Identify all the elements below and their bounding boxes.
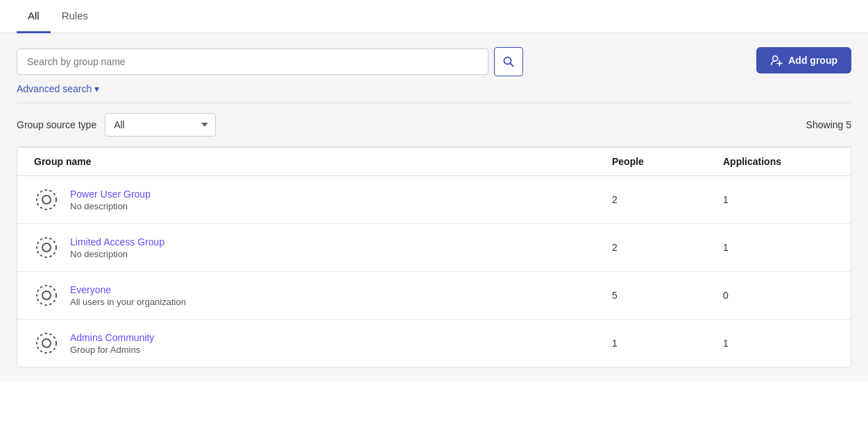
tab-all[interactable]: All <box>17 0 51 33</box>
svg-point-12 <box>37 333 56 353</box>
svg-point-5 <box>42 196 51 204</box>
filter-label: Group source type <box>17 119 96 130</box>
group-source-type-select[interactable]: All Manual Directory <box>105 113 216 137</box>
group-cell: Limited Access Group No description <box>34 235 612 260</box>
people-count: 5 <box>612 290 723 301</box>
group-icon <box>34 331 59 356</box>
column-group-name: Group name <box>34 156 612 167</box>
tab-rules[interactable]: Rules <box>51 0 99 33</box>
groups-table: Group name People Applications Power Use… <box>17 147 851 367</box>
filter-left: Group source type All Manual Directory <box>17 113 216 137</box>
group-cell: Everyone All users in your organization <box>34 283 612 308</box>
group-info: Power User Group No description <box>70 189 151 211</box>
chevron-down-icon: ▾ <box>94 83 99 94</box>
showing-count: Showing 5 <box>806 119 851 130</box>
add-group-button[interactable]: Add group <box>756 47 851 73</box>
svg-point-9 <box>42 291 51 299</box>
table-row: Power User Group No description 2 1 <box>17 176 851 224</box>
applications-count: 1 <box>723 338 834 349</box>
group-icon <box>34 235 59 260</box>
advanced-search-link[interactable]: Advanced search ▾ <box>17 83 99 94</box>
column-people: People <box>612 156 723 167</box>
search-icon <box>503 56 514 67</box>
group-name-link[interactable]: Everyone <box>70 284 186 295</box>
group-description: Group for Admins <box>70 345 154 355</box>
table-row: Everyone All users in your organization … <box>17 272 851 320</box>
search-row <box>17 47 756 76</box>
group-name-link[interactable]: Admins Community <box>70 332 154 343</box>
search-button[interactable] <box>494 47 523 76</box>
group-info: Limited Access Group No description <box>70 236 164 259</box>
table-body: Power User Group No description 2 1 Limi… <box>17 176 851 367</box>
people-count: 2 <box>612 242 723 253</box>
search-input[interactable] <box>17 49 488 75</box>
table-row: Limited Access Group No description 2 1 <box>17 224 851 272</box>
svg-line-1 <box>511 64 513 67</box>
group-name-link[interactable]: Power User Group <box>70 189 151 200</box>
svg-point-2 <box>773 56 778 61</box>
tab-bar: All Rules <box>0 0 868 33</box>
search-area: Advanced search ▾ <box>17 47 756 94</box>
applications-count: 1 <box>723 194 834 205</box>
filter-bar: Group source type All Manual Directory S… <box>17 103 851 147</box>
people-count: 2 <box>612 194 723 205</box>
group-cell: Admins Community Group for Admins <box>34 331 612 356</box>
search-input-wrapper <box>17 49 488 75</box>
svg-point-10 <box>37 286 56 305</box>
group-info: Everyone All users in your organization <box>70 284 186 307</box>
group-icon <box>34 283 59 308</box>
group-cell: Power User Group No description <box>34 187 612 212</box>
svg-point-11 <box>42 339 51 347</box>
svg-point-6 <box>37 190 56 209</box>
table-row: Admins Community Group for Admins 1 1 <box>17 320 851 367</box>
main-content: Advanced search ▾ Add group Group source… <box>0 33 868 381</box>
group-icon <box>34 187 59 212</box>
column-applications: Applications <box>723 156 834 167</box>
group-info: Admins Community Group for Admins <box>70 332 154 355</box>
svg-point-8 <box>37 238 56 257</box>
group-description: No description <box>70 201 151 211</box>
svg-point-7 <box>42 243 51 252</box>
group-description: No description <box>70 249 164 259</box>
search-toolbar: Advanced search ▾ Add group <box>17 47 851 94</box>
table-header: Group name People Applications <box>17 148 851 176</box>
applications-count: 1 <box>723 242 834 253</box>
group-name-link[interactable]: Limited Access Group <box>70 236 164 247</box>
applications-count: 0 <box>723 290 834 301</box>
people-count: 1 <box>612 338 723 349</box>
add-group-icon <box>770 54 783 67</box>
group-description: All users in your organization <box>70 297 186 307</box>
